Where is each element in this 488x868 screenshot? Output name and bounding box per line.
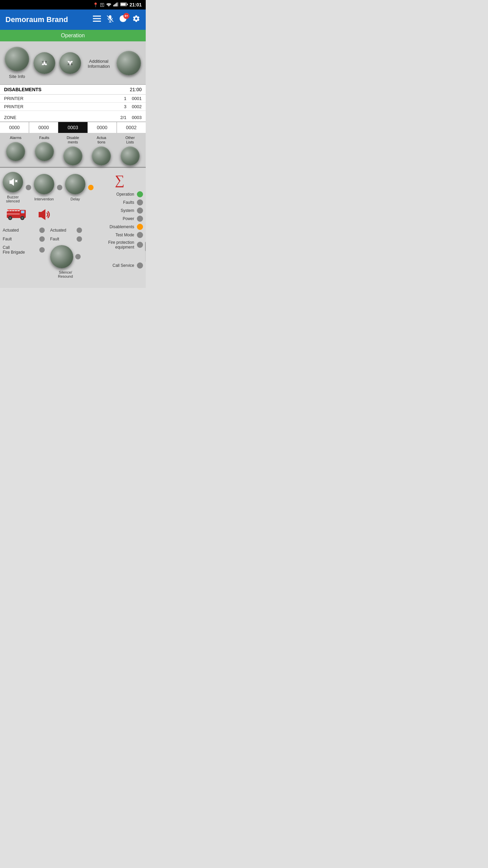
status-power-row: Power: [96, 216, 143, 222]
fault-right-row: Fault: [50, 236, 82, 242]
site-info-knob[interactable]: [5, 47, 29, 71]
silence-resound-knob[interactable]: [50, 245, 73, 268]
nav-down-knob[interactable]: [59, 52, 81, 74]
category-other-lists[interactable]: OtherLists: [116, 136, 144, 165]
other-lists-label: OtherLists: [125, 136, 135, 144]
intervention-label: Intervention: [34, 197, 54, 201]
fault-left-indicator: [39, 236, 45, 242]
signal-icon: [113, 2, 119, 7]
settings-button[interactable]: [132, 15, 140, 25]
status-disablements-led: [137, 224, 143, 230]
status-system-row: System: [96, 208, 143, 214]
wifi-icon: [106, 2, 111, 7]
status-operation-label: Operation: [116, 192, 134, 197]
svg-marker-38: [39, 209, 45, 220]
disablements-knob[interactable]: [63, 146, 82, 165]
row-label: PRINTER: [4, 96, 23, 101]
call-fire-brigade-label: Call Fire Brigade: [3, 245, 37, 255]
mic-off-button[interactable]: [106, 15, 114, 24]
svg-rect-36: [14, 209, 15, 211]
bluetooth-icon: ⚿: [100, 2, 104, 7]
additional-info-label: Additional Information: [85, 59, 112, 69]
status-faults-row: Faults: [96, 199, 143, 205]
battery-icon: [120, 2, 128, 7]
delay-control[interactable]: Delay: [65, 174, 85, 201]
speaker-icon: [37, 207, 52, 223]
status-faults-led: [137, 199, 143, 205]
actuated-right-indicator: [77, 228, 82, 233]
status-callservice-row: Call Service: [96, 262, 143, 269]
actuations-label: Actuations: [97, 136, 106, 144]
actuated-left-row: Actuated: [3, 228, 45, 233]
row-label: ZONE: [4, 115, 16, 120]
nav-up-knob[interactable]: [34, 52, 55, 74]
disablements-section: DISABLEMENTS 21:00 PRINTER 1 0001 PRINTE…: [0, 84, 146, 122]
svg-rect-34: [9, 209, 9, 211]
svg-rect-10: [93, 18, 101, 19]
intervention-knob[interactable]: [34, 174, 54, 194]
silence-resound-control[interactable]: Silence/ Resound: [50, 245, 81, 278]
site-info-control[interactable]: Site Info: [5, 47, 29, 79]
menu-button[interactable]: [93, 15, 101, 25]
row-values: 1 0001: [124, 96, 142, 101]
faults-knob[interactable]: [35, 142, 54, 161]
delay-knob[interactable]: [65, 174, 85, 194]
silence-resound-indicator: [75, 254, 81, 259]
actuated-left-indicator: [39, 228, 45, 233]
svg-rect-35: [12, 209, 12, 211]
number-cell-otherlists[interactable]: 0002: [117, 122, 146, 133]
top-controls: Site Info Additional Information: [0, 41, 146, 84]
status-icons: 📍 ⚿: [93, 2, 142, 7]
number-cell-alarms[interactable]: 0000: [0, 122, 29, 133]
intervention-control[interactable]: Intervention: [34, 174, 54, 201]
actuated-left-label: Actuated: [3, 228, 37, 233]
status-power-led: [137, 216, 143, 222]
svg-rect-5: [118, 2, 118, 6]
sigma-icon: ∑: [96, 172, 143, 188]
fault-left-label: Fault: [3, 237, 37, 241]
category-alarms[interactable]: Alarms: [1, 136, 30, 165]
notification-button[interactable]: 9+: [119, 15, 127, 24]
alarms-knob[interactable]: [6, 142, 25, 161]
other-lists-knob[interactable]: [121, 146, 140, 165]
scrollbar-thumb[interactable]: [145, 242, 146, 251]
site-info-label: Site Info: [9, 74, 25, 79]
svg-rect-8: [121, 3, 126, 5]
category-faults[interactable]: Faults: [30, 136, 58, 165]
alarms-label: Alarms: [10, 136, 21, 140]
time-display: 21:01: [129, 2, 142, 7]
status-disablements-row: Disablements: [96, 224, 143, 230]
row-values: 3 0002: [124, 104, 142, 109]
bottom-section: Buzzer silenced Intervention Delay: [0, 168, 146, 288]
svg-rect-18: [44, 62, 45, 64]
firetruck-icon: [4, 209, 28, 222]
status-fire-protection-row: Fire protectionequipment: [96, 240, 143, 250]
number-cell-faults[interactable]: 0000: [29, 122, 58, 133]
status-panel: ∑ Operation Faults System Power Disablem…: [94, 172, 143, 269]
status-fire-protection-led: [137, 242, 143, 248]
delay-label: Delay: [70, 197, 80, 201]
category-disablements[interactable]: Disablements: [59, 136, 87, 165]
status-testmode-led: [137, 232, 143, 238]
additional-info-knob[interactable]: [117, 51, 141, 75]
additional-info-control[interactable]: Additional Information: [85, 57, 112, 69]
notification-badge: 9+: [123, 13, 129, 19]
buzzer-knob[interactable]: [3, 172, 23, 192]
table-row: ZONE 2/1 0003: [0, 114, 146, 122]
svg-rect-37: [17, 209, 18, 211]
buzzer-control[interactable]: Buzzer silenced: [3, 172, 23, 203]
status-bar: 📍 ⚿: [0, 0, 146, 9]
number-cell-disablements[interactable]: 0003: [58, 122, 87, 133]
actuations-knob[interactable]: [92, 146, 111, 165]
status-testmode-label: Test Mode: [116, 233, 134, 237]
intervention-indicator: [57, 185, 62, 190]
category-actuations[interactable]: Actuations: [87, 136, 116, 165]
status-callservice-led: [137, 262, 143, 269]
svg-point-32: [21, 217, 23, 219]
number-cell-actuations[interactable]: 0000: [88, 122, 117, 133]
disablements-time: 21:00: [130, 87, 142, 92]
status-callservice-label: Call Service: [113, 263, 134, 268]
status-power-label: Power: [123, 216, 134, 221]
fault-right-label: Fault: [50, 237, 74, 241]
number-row: 0000 0000 0003 0000 0002: [0, 122, 146, 133]
